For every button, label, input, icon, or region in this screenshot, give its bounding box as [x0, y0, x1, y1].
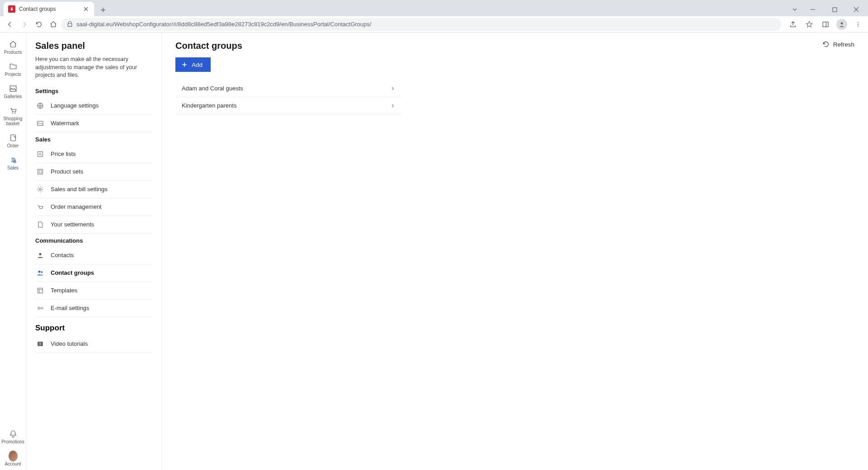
- tab-title: Contact groups: [19, 6, 56, 12]
- menu-item-label: Watermark: [51, 120, 79, 127]
- list-item[interactable]: Kindergarten parents: [175, 97, 401, 114]
- chevron-right-icon: [391, 103, 395, 108]
- menu-item-contacts[interactable]: Contacts: [35, 247, 152, 264]
- nav-reload-icon[interactable]: [33, 18, 45, 31]
- order-icon: [9, 133, 18, 142]
- watermark-icon: [36, 119, 44, 127]
- side-panel: Sales panel Here you can make all the ne…: [26, 33, 162, 470]
- svg-point-2: [841, 22, 843, 24]
- chevron-right-icon: [391, 86, 395, 91]
- svg-rect-6: [10, 86, 16, 91]
- section-heading-settings: Settings: [35, 88, 152, 94]
- template-icon: [36, 287, 44, 295]
- chrome-menu-icon[interactable]: [852, 18, 864, 31]
- menu-item-label: Contact groups: [51, 269, 94, 276]
- email-settings-icon: [36, 304, 44, 312]
- nav-forward-icon[interactable]: [18, 18, 31, 31]
- svg-point-18: [38, 271, 41, 273]
- menu-item-watermark[interactable]: Watermark: [35, 115, 152, 132]
- rail-item-label: Projects: [5, 72, 21, 77]
- globe-icon: [36, 102, 44, 110]
- gear-icon: [36, 185, 44, 193]
- bell-icon: [9, 429, 18, 438]
- window-minimize-icon[interactable]: [803, 3, 823, 16]
- svg-point-7: [12, 113, 13, 113]
- menu-item-video-tutorials[interactable]: Video tutorials: [35, 335, 152, 353]
- menu-item-order-management[interactable]: Order management: [35, 198, 152, 216]
- address-bar[interactable]: saal-digital.eu/WebshopConfigurator/#/8d…: [61, 18, 781, 31]
- rail-item-galleries[interactable]: Galleries: [0, 80, 26, 103]
- list-item[interactable]: Adam and Coral guests: [175, 80, 401, 97]
- menu-item-label: Sales and bill settings: [51, 186, 108, 193]
- svg-rect-9: [10, 135, 15, 141]
- svg-point-19: [41, 271, 42, 273]
- account-avatar-icon: [9, 451, 18, 461]
- section-heading-support: Support: [35, 324, 152, 333]
- refresh-button[interactable]: Refresh: [822, 41, 854, 48]
- new-tab-button[interactable]: [97, 4, 109, 16]
- menu-item-label: Your settlements: [51, 221, 94, 228]
- menu-item-label: E-mail settings: [51, 305, 89, 311]
- rail-item-sales[interactable]: Sales: [0, 152, 26, 174]
- svg-rect-15: [38, 169, 43, 174]
- people-icon: [36, 269, 44, 277]
- svg-rect-13: [38, 151, 43, 156]
- svg-rect-1: [823, 22, 828, 27]
- nav-back-icon[interactable]: [4, 18, 16, 31]
- window-maximize-icon[interactable]: [825, 3, 844, 16]
- menu-item-label: Product sets: [51, 168, 83, 175]
- nav-home-icon[interactable]: [47, 18, 60, 31]
- profile-avatar-icon[interactable]: [835, 18, 848, 31]
- svg-point-3: [858, 22, 859, 23]
- tab-search-icon[interactable]: [788, 3, 801, 16]
- browser-toolbar: saal-digital.eu/WebshopConfigurator/#/8d…: [0, 16, 868, 33]
- menu-item-settlements[interactable]: Your settlements: [35, 216, 152, 234]
- menu-item-product-sets[interactable]: Product sets: [35, 163, 152, 181]
- sales-icon: [9, 155, 18, 164]
- menu-item-sales-bill-settings[interactable]: Sales and bill settings: [35, 181, 152, 198]
- add-button[interactable]: Add: [175, 57, 211, 72]
- svg-point-4: [858, 24, 859, 24]
- share-icon[interactable]: [787, 18, 799, 31]
- menu-item-price-lists[interactable]: Price lists: [35, 146, 152, 163]
- rail-item-label: Products: [4, 50, 22, 55]
- tab-favicon-icon: [8, 5, 15, 13]
- folder-icon: [9, 62, 18, 71]
- menu-item-contact-groups[interactable]: Contact groups: [35, 264, 152, 282]
- menu-item-email-settings[interactable]: E-mail settings: [35, 300, 152, 317]
- document-icon: [36, 221, 44, 229]
- price-icon: [36, 150, 44, 158]
- menu-item-language-settings[interactable]: Language settings: [35, 97, 152, 115]
- rail-item-products[interactable]: Products: [0, 36, 26, 58]
- menu-item-templates[interactable]: Templates: [35, 282, 152, 300]
- product-sets-icon: [36, 168, 44, 176]
- rail-item-label: Shopping basket: [0, 116, 26, 126]
- image-icon: [9, 84, 18, 93]
- browser-tab[interactable]: Contact groups: [4, 2, 94, 16]
- svg-point-16: [39, 188, 41, 190]
- rail-item-label: Order: [7, 143, 19, 148]
- menu-item-label: Order management: [51, 203, 102, 210]
- svg-rect-20: [38, 288, 43, 293]
- rail-item-label: Sales: [7, 165, 19, 170]
- rail-item-basket[interactable]: Shopping basket: [0, 103, 26, 130]
- window-close-icon[interactable]: [846, 3, 866, 16]
- rail-item-order[interactable]: Order: [0, 130, 26, 152]
- left-rail: Products Projects Galleries Shopping bas…: [0, 33, 26, 470]
- panel-title: Sales panel: [35, 41, 152, 51]
- svg-point-22: [41, 307, 43, 309]
- rail-item-account[interactable]: Account: [0, 448, 26, 470]
- browser-tab-strip: Contact groups: [0, 0, 868, 16]
- video-icon: [36, 340, 44, 348]
- panel-description: Here you can make all the necessary adju…: [35, 56, 152, 80]
- side-panel-icon[interactable]: [819, 18, 832, 31]
- add-button-label: Add: [192, 61, 203, 68]
- section-heading-sales: Sales: [35, 136, 152, 143]
- rail-item-label: Account: [5, 461, 21, 466]
- section-heading-communications: Communications: [35, 237, 152, 244]
- rail-item-promotions[interactable]: Promotions: [0, 426, 26, 448]
- rail-item-projects[interactable]: Projects: [0, 58, 26, 80]
- menu-item-label: Contacts: [51, 252, 74, 258]
- bookmark-star-icon[interactable]: [803, 18, 816, 31]
- close-tab-icon[interactable]: [82, 5, 90, 13]
